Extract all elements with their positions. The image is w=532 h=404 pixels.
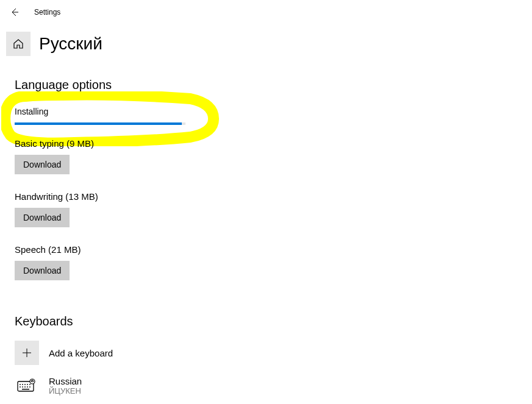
keyboard-name: Russian xyxy=(49,376,82,386)
basic-typing-download-button[interactable]: Download xyxy=(15,155,70,174)
add-keyboard-label: Add a keyboard xyxy=(49,348,113,358)
language-options-heading: Language options xyxy=(15,78,532,92)
svg-point-9 xyxy=(27,386,28,388)
basic-typing-row: Basic typing (9 MB) Download xyxy=(15,138,532,174)
page-title: Русский xyxy=(39,34,102,54)
svg-point-3 xyxy=(24,384,26,385)
handwriting-row: Handwriting (13 MB) Download xyxy=(15,191,532,227)
content-area: Language options Installing Basic typing… xyxy=(0,56,532,398)
keyboard-icon xyxy=(17,378,37,393)
title-row: Русский xyxy=(6,32,532,56)
svg-point-7 xyxy=(22,386,23,388)
keyboard-info: Russian ЙЦУКЕН xyxy=(49,376,82,395)
header-bar: Settings xyxy=(0,0,532,24)
add-icon-box xyxy=(15,341,39,365)
installing-progress-fill xyxy=(15,122,182,125)
arrow-left-icon xyxy=(10,7,20,17)
handwriting-download-button[interactable]: Download xyxy=(15,208,70,227)
svg-rect-11 xyxy=(22,389,29,390)
handwriting-label: Handwriting (13 MB) xyxy=(15,191,532,202)
add-keyboard-button[interactable]: Add a keyboard xyxy=(15,341,532,365)
basic-typing-label: Basic typing (9 MB) xyxy=(15,138,532,149)
installing-label: Installing xyxy=(15,107,532,116)
keyboard-icon-box xyxy=(15,374,39,398)
svg-point-5 xyxy=(29,384,31,385)
keyboard-layout: ЙЦУКЕН xyxy=(49,386,82,395)
installing-progress-bar xyxy=(15,122,185,125)
svg-point-10 xyxy=(29,386,31,388)
plus-icon xyxy=(21,347,32,358)
svg-point-2 xyxy=(22,384,23,385)
svg-point-6 xyxy=(20,386,21,388)
speech-download-button[interactable]: Download xyxy=(15,261,70,280)
app-title: Settings xyxy=(34,8,60,16)
speech-row: Speech (21 MB) Download xyxy=(15,244,532,280)
home-button[interactable] xyxy=(6,32,31,56)
keyboard-item-russian[interactable]: Russian ЙЦУКЕН xyxy=(15,374,532,398)
speech-label: Speech (21 MB) xyxy=(15,244,532,255)
keyboards-heading: Keyboards xyxy=(15,314,532,328)
svg-point-8 xyxy=(24,386,26,388)
home-icon xyxy=(13,38,24,49)
back-button[interactable] xyxy=(7,5,22,19)
svg-point-1 xyxy=(20,384,21,385)
svg-point-4 xyxy=(27,384,28,385)
